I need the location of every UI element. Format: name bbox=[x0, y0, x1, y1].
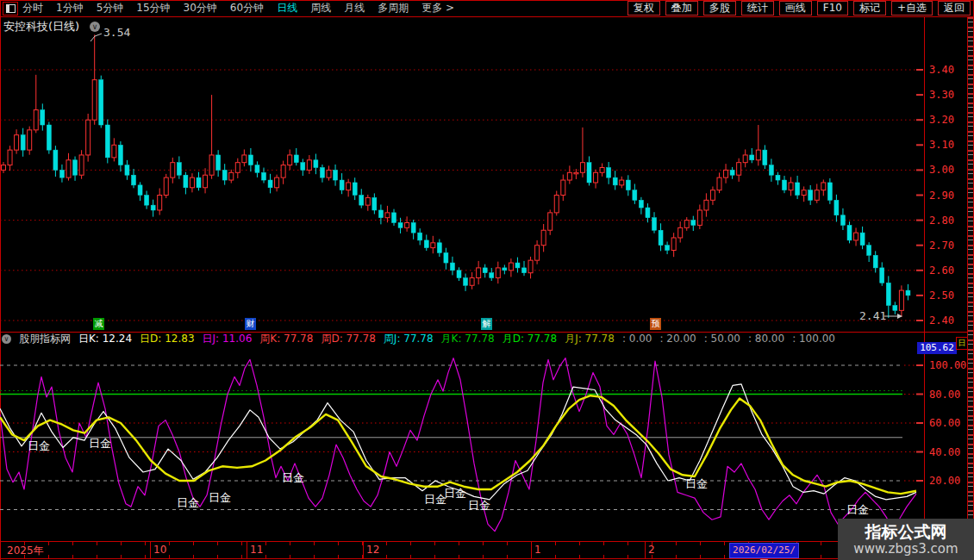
window-layout-icon[interactable] bbox=[3, 2, 18, 16]
price-axis-label: 3.40 bbox=[929, 64, 954, 76]
price-axis-label: 2.70 bbox=[929, 240, 954, 252]
indicator-axis-label: 80.00 bbox=[929, 389, 960, 401]
date-separator bbox=[363, 542, 364, 558]
golden-cross-label: 日金 bbox=[846, 502, 869, 518]
golden-cross-label: 日金 bbox=[282, 470, 304, 486]
date-axis[interactable]: 2026/02/25/三 2025年10111212 bbox=[0, 542, 974, 558]
price-axis-label: 2.50 bbox=[929, 289, 954, 302]
toolbar-button-返回[interactable]: 返回 bbox=[938, 1, 971, 16]
golden-cross-label: 日金 bbox=[444, 486, 466, 501]
menu-item-更多 >[interactable]: 更多 > bbox=[421, 1, 454, 16]
date-label: 1 bbox=[534, 544, 541, 556]
golden-cross-label: 日金 bbox=[685, 476, 708, 492]
golden-cross-label: 日金 bbox=[177, 495, 199, 511]
indicator-field: 日K: 12.24 bbox=[78, 333, 132, 345]
menu-item-1分钟[interactable]: 1分钟 bbox=[56, 1, 84, 16]
menu-item-60分钟[interactable]: 60分钟 bbox=[230, 1, 264, 16]
watermark-title: 指标公式网 bbox=[865, 522, 947, 541]
toolbar-button-F10[interactable]: F10 bbox=[817, 1, 848, 16]
date-label: 10 bbox=[153, 544, 166, 556]
indicator-field: 周J: 77.78 bbox=[384, 333, 434, 345]
toolbar-button-画线[interactable]: 画线 bbox=[779, 1, 812, 16]
indicator-field: : 20.00 bbox=[659, 333, 696, 345]
high-price-annotation: 3.54 bbox=[103, 26, 130, 39]
toolbar-button-统计[interactable]: 统计 bbox=[741, 1, 774, 16]
period-menu: 分时1分钟5分钟15分钟30分钟60分钟日线周线月线多周期更多 > bbox=[22, 0, 454, 16]
toolbar-button-复权[interactable]: 复权 bbox=[627, 1, 660, 16]
date-separator bbox=[645, 542, 646, 558]
date-label: 11 bbox=[250, 544, 263, 556]
toolbar-button-叠加[interactable]: 叠加 bbox=[665, 1, 698, 16]
chevron-down-icon[interactable]: ∨ bbox=[2, 334, 11, 344]
date-ticks-bottom bbox=[0, 555, 974, 558]
indicator-header: ∨ 股朋指标网 日K: 12.24日D: 12.83日J: 11.06周K: 7… bbox=[0, 333, 918, 345]
price-axis-label: 2.80 bbox=[929, 215, 954, 227]
indicator-max-value-badge: 105.62 bbox=[917, 342, 957, 354]
menu-item-周线[interactable]: 周线 bbox=[310, 1, 331, 16]
date-label: 12 bbox=[366, 544, 379, 556]
bottom-border bbox=[0, 558, 974, 559]
trading-app-window: 分时1分钟5分钟15分钟30分钟60分钟日线周线月线多周期更多 > 复权叠加多股… bbox=[0, 0, 974, 560]
indicator-name: 股朋指标网 bbox=[19, 333, 71, 345]
daily-badge[interactable]: 日 bbox=[956, 337, 968, 350]
price-axis-label: 2.40 bbox=[929, 314, 954, 327]
golden-cross-label: 日金 bbox=[89, 436, 111, 451]
date-separator bbox=[531, 542, 532, 558]
golden-cross-label: 日金 bbox=[209, 490, 231, 506]
price-axis-line bbox=[924, 17, 925, 541]
menu-item-5分钟[interactable]: 5分钟 bbox=[97, 1, 124, 16]
date-separator bbox=[247, 542, 247, 558]
toolbar-button-+自选[interactable]: +自选 bbox=[891, 1, 933, 16]
menu-item-月线[interactable]: 月线 bbox=[344, 1, 365, 16]
indicator-field: : 50.00 bbox=[704, 333, 740, 345]
indicator-field: : 100.00 bbox=[792, 333, 835, 345]
date-label: 2025年 bbox=[7, 544, 44, 558]
indicator-field: 周K: 77.78 bbox=[259, 333, 313, 345]
indicator-field: 日D: 12.83 bbox=[140, 333, 194, 345]
price-axis-label: 2.60 bbox=[929, 264, 954, 277]
indicator-field: 月D: 77.78 bbox=[503, 333, 557, 345]
event-marker-减[interactable]: 减 bbox=[93, 318, 104, 330]
menu-item-分时[interactable]: 分时 bbox=[22, 1, 43, 16]
right-sidebar-strip[interactable] bbox=[967, 17, 974, 534]
event-marker-预[interactable]: 预 bbox=[650, 318, 661, 330]
toolbar-button-多股[interactable]: 多股 bbox=[703, 1, 736, 16]
indicator-field: : 80.00 bbox=[748, 333, 784, 345]
toolbar-button-标记[interactable]: 标记 bbox=[853, 1, 886, 16]
selected-date-badge[interactable]: 2026/02/25/三 bbox=[729, 543, 799, 558]
price-axis-label: 3.00 bbox=[929, 164, 954, 176]
candlestick-chart[interactable] bbox=[0, 17, 924, 333]
price-axis-label: 3.10 bbox=[929, 139, 954, 151]
date-label: 2 bbox=[648, 544, 655, 556]
menu-item-30分钟[interactable]: 30分钟 bbox=[184, 1, 217, 16]
indicator-axis-label: 40.00 bbox=[929, 446, 960, 458]
indicator-field: : 0.00 bbox=[622, 333, 652, 345]
indicator-field: 周D: 77.78 bbox=[321, 333, 375, 345]
golden-cross-label: 日金 bbox=[28, 439, 50, 454]
menu-item-多周期[interactable]: 多周期 bbox=[378, 1, 409, 16]
kdj-indicator-chart[interactable] bbox=[0, 345, 924, 541]
menu-item-15分钟[interactable]: 15分钟 bbox=[136, 1, 170, 16]
menu-item-日线[interactable]: 日线 bbox=[277, 1, 297, 16]
event-marker-解[interactable]: 解 bbox=[481, 318, 492, 330]
indicator-field: 月K: 77.78 bbox=[441, 333, 495, 345]
price-axis-label: 3.30 bbox=[929, 89, 954, 101]
price-axis-label: 3.20 bbox=[929, 114, 954, 126]
golden-cross-label: 日金 bbox=[468, 498, 490, 513]
indicator-axis-label: 20.00 bbox=[929, 475, 960, 487]
event-marker-财[interactable]: 财 bbox=[245, 318, 256, 330]
date-ticks-top bbox=[0, 542, 974, 545]
price-axis-label: 2.90 bbox=[929, 190, 954, 202]
watermark-url: www.zbgs3.com bbox=[853, 541, 958, 557]
toolbar-menu: 复权叠加多股统计画线F10标记+自选返回 bbox=[627, 1, 971, 16]
low-price-annotation: 2.41 bbox=[859, 309, 886, 322]
indicator-axis-label: 100.00 bbox=[929, 359, 966, 371]
watermark: 指标公式网 www.zbgs3.com bbox=[838, 519, 974, 560]
indicator-field: 日J: 11.06 bbox=[203, 333, 253, 345]
indicator-field: 月J: 77.78 bbox=[565, 333, 615, 345]
date-separator bbox=[150, 542, 151, 558]
indicator-axis-label: 60.00 bbox=[929, 417, 960, 429]
